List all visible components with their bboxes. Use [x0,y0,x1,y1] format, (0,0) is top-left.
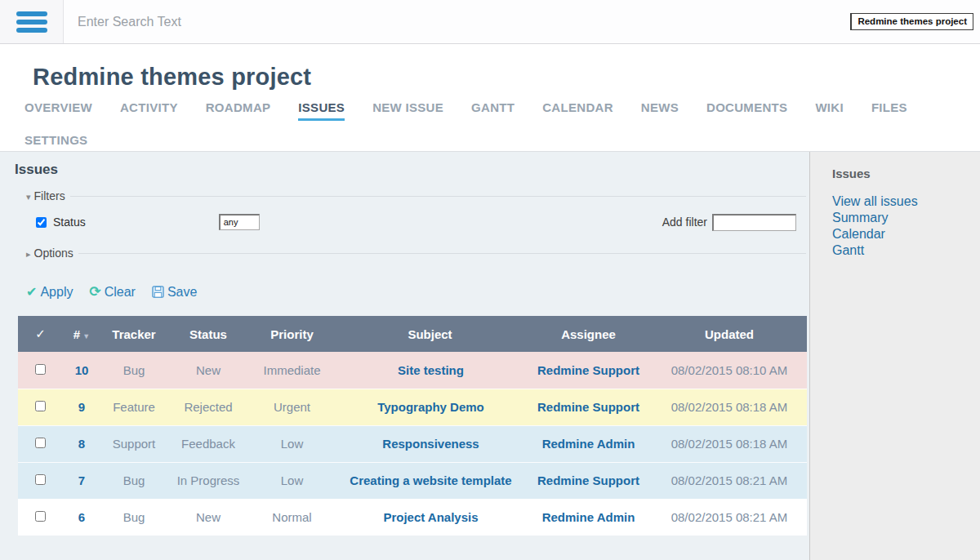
options-fieldset: ▸Options [24,247,806,260]
priority-cell: Urgent [249,389,335,425]
subject-link[interactable]: Typography Demo [377,400,484,414]
sidebar-link-calendar[interactable]: Calendar [832,226,972,242]
updated-cell: 08/02/2015 08:10 AM [652,352,807,389]
tab-wiki[interactable]: WIKI [815,100,844,121]
issue-id-link[interactable]: 10 [75,363,89,377]
subject-link[interactable]: Creating a website template [350,473,511,487]
project-selector[interactable]: Redmine themes project [850,13,973,30]
status-filter-row: Status any Add filter [36,212,803,232]
row-checkbox[interactable] [35,474,46,485]
tab-calendar[interactable]: CALENDAR [542,100,613,121]
save-floppy-icon [152,286,164,298]
tab-files[interactable]: FILES [871,100,907,121]
save-label: Save [167,285,197,300]
status-cell: Feedback [167,425,249,462]
save-button[interactable]: Save [152,285,197,300]
subject-link[interactable]: Site testing [398,363,464,377]
tab-new-issue[interactable]: NEW ISSUE [372,100,443,121]
tracker-cell: Bug [100,462,167,499]
issues-heading: Issues [15,162,809,178]
options-legend[interactable]: ▸Options [24,247,78,260]
tracker-column-header[interactable]: Tracker [100,316,167,352]
subject-link[interactable]: Responsiveness [382,437,479,451]
content: Issues ▾Filters Status any Add filter [0,151,980,560]
priority-column-header[interactable]: Priority [249,316,335,352]
status-filter-label: Status [53,216,86,229]
assignee-link[interactable]: Redmine Admin [542,437,635,451]
updated-cell: 08/02/2015 08:18 AM [652,389,807,425]
select-all-header[interactable]: ✓ [18,316,63,352]
search-input[interactable] [78,15,486,29]
priority-cell: Low [249,462,335,499]
tab-activity[interactable]: ACTIVITY [120,100,178,121]
tab-overview[interactable]: OVERVIEW [24,100,92,121]
filter-actions: ✔ Apply ⟳ Clear Save [26,284,809,300]
page-title: Redmine themes project [33,64,964,91]
clear-refresh-icon: ⟳ [89,286,100,299]
table-row: 10 Bug New Immediate Site testing Redmin… [18,352,807,389]
clear-label: Clear [105,285,136,300]
issue-id-link[interactable]: 6 [78,510,85,524]
page: Redmine themes project Redmine themes pr… [0,0,980,560]
id-column-header[interactable]: #▼ [63,316,100,352]
issues-table: ✓ #▼ Tracker Status Priority Subject Ass… [18,316,807,536]
apply-label: Apply [40,285,73,300]
table-row: 7 Bug In Progress Low Creating a website… [18,462,807,499]
status-cell: New [167,352,249,389]
hamburger-icon [16,11,47,33]
options-legend-label: Options [34,247,74,260]
tab-roadmap[interactable]: ROADMAP [206,100,271,121]
status-column-header[interactable]: Status [167,316,249,352]
assignee-link[interactable]: Redmine Support [537,363,639,377]
main-panel: Issues ▾Filters Status any Add filter [0,152,809,560]
priority-cell: Immediate [249,352,335,389]
sidebar-link-summary[interactable]: Summary [832,210,972,226]
tab-issues[interactable]: ISSUES [298,100,345,121]
updated-cell: 08/02/2015 08:18 AM [652,425,807,462]
hamburger-menu-button[interactable] [0,0,64,43]
subject-column-header[interactable]: Subject [335,316,525,352]
updated-column-header[interactable]: Updated [652,316,807,352]
issue-id-link[interactable]: 7 [78,473,85,487]
assignee-column-header[interactable]: Assignee [525,316,652,352]
filters-legend-label: Filters [34,189,65,202]
assignee-link[interactable]: Redmine Admin [542,510,635,524]
search-area [64,0,850,43]
row-checkbox[interactable] [35,438,46,448]
project-nav-tabs: OVERVIEW ACTIVITY ROADMAP ISSUES NEW ISS… [24,100,923,151]
tab-settings[interactable]: SETTINGS [24,133,87,151]
issue-id-link[interactable]: 8 [78,437,85,451]
collapse-triangle-icon: ▾ [26,192,31,202]
sidebar-issues-heading: Issues [832,167,972,180]
status-cell: In Progress [167,462,249,499]
apply-button[interactable]: ✔ Apply [26,284,73,300]
filters-legend[interactable]: ▾Filters [24,189,70,202]
tab-news[interactable]: NEWS [641,100,679,121]
add-filter-label: Add filter [662,216,707,229]
issue-id-link[interactable]: 9 [78,400,85,414]
row-checkbox[interactable] [35,364,46,375]
status-cell: New [167,499,249,536]
sidebar-link-view-all-issues[interactable]: View all issues [832,193,972,210]
subject-link[interactable]: Project Analysis [383,510,478,524]
tab-documents[interactable]: DOCUMENTS [706,100,787,121]
apply-check-icon: ✔ [26,284,37,300]
status-operator-select[interactable]: any [219,214,260,230]
tracker-cell: Bug [100,499,167,536]
status-filter-checkbox[interactable] [36,217,47,228]
row-checkbox[interactable] [35,511,46,522]
sidebar-link-gantt[interactable]: Gantt [832,242,972,259]
table-row: 8 Support Feedback Low Responsiveness Re… [18,425,807,462]
updated-cell: 08/02/2015 08:21 AM [652,462,807,499]
assignee-link[interactable]: Redmine Support [537,400,639,414]
assignee-link[interactable]: Redmine Support [537,473,639,487]
priority-cell: Low [249,425,335,462]
priority-cell: Normal [249,499,335,536]
clear-button[interactable]: ⟳ Clear [89,285,135,300]
tab-gantt[interactable]: GANTT [471,100,514,121]
topbar: Redmine themes project [0,0,980,44]
add-filter-select[interactable] [712,214,796,231]
tracker-cell: Support [100,425,167,462]
tracker-cell: Feature [100,389,167,425]
row-checkbox[interactable] [35,401,46,411]
